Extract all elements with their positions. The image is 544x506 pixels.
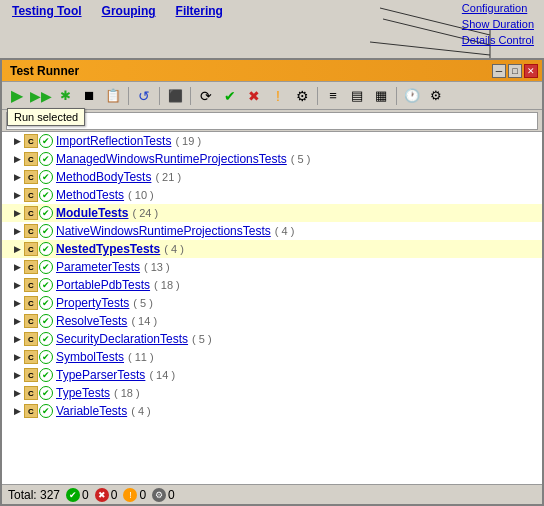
tree-item-count: ( 24 ) — [132, 207, 158, 219]
clock-button[interactable]: 🕐 — [401, 85, 423, 107]
tree-item-label: VariableTests — [56, 404, 127, 418]
fail-count: 0 — [111, 488, 118, 502]
expand-icon[interactable]: ▶ — [10, 152, 24, 166]
class-icon: C — [24, 332, 38, 346]
tree-item[interactable]: ▶C✔TypeParserTests( 14 ) — [2, 366, 542, 384]
warn-status: ! 0 — [123, 488, 146, 502]
expand-icon[interactable]: ▶ — [10, 386, 24, 400]
filter-icon: ⬛ — [168, 89, 183, 103]
tree-item-label: ImportReflectionTests — [56, 134, 171, 148]
expand-icon[interactable]: ▶ — [10, 404, 24, 418]
lines-button[interactable]: ▤ — [346, 85, 368, 107]
tree-item[interactable]: ▶C✔ModuleTests( 24 ) — [2, 204, 542, 222]
class-icon: C — [24, 260, 38, 274]
expand-icon[interactable]: ▶ — [10, 260, 24, 274]
tree-item[interactable]: ▶C✔SymbolTests( 11 ) — [2, 348, 542, 366]
expand-icon[interactable]: ▶ — [10, 170, 24, 184]
export-button[interactable]: 📋 — [102, 85, 124, 107]
stop-button[interactable]: ⏹ — [78, 85, 100, 107]
expand-icon[interactable]: ▶ — [10, 332, 24, 346]
tree-item[interactable]: ▶C✔ImportReflectionTests( 19 ) — [2, 132, 542, 150]
expand-icon[interactable]: ▶ — [10, 224, 24, 238]
tree-item[interactable]: ▶C✔ResolveTests( 14 ) — [2, 312, 542, 330]
tree-item[interactable]: ▶C✔SecurityDeclarationTests( 5 ) — [2, 330, 542, 348]
annotation-details-control[interactable]: Details Control — [462, 34, 534, 46]
tree-item[interactable]: ▶C✔TypeTests( 18 ) — [2, 384, 542, 402]
expand-icon[interactable]: ▶ — [10, 134, 24, 148]
expand-icon[interactable]: ▶ — [10, 206, 24, 220]
check-status-icon: ✔ — [39, 260, 53, 274]
run-icon: ▶ — [11, 86, 23, 105]
expand-icon[interactable]: ▶ — [10, 296, 24, 310]
expand-icon[interactable]: ▶ — [10, 350, 24, 364]
close-button[interactable]: ✕ — [524, 64, 538, 78]
tree-item[interactable]: ▶C✔NestedTypesTests( 4 ) — [2, 240, 542, 258]
separator-1 — [128, 87, 129, 105]
check-status-icon: ✔ — [39, 350, 53, 364]
annotation-configuration[interactable]: Configuration — [462, 2, 534, 14]
warn-icon: ! — [276, 88, 280, 104]
tree-item[interactable]: ▶C✔MethodTests( 10 ) — [2, 186, 542, 204]
tree-item[interactable]: ▶C✔ManagedWindowsRuntimeProjectionsTests… — [2, 150, 542, 168]
gear-icon: ⚙ — [296, 88, 309, 104]
class-icon: C — [24, 152, 38, 166]
tree-item[interactable]: ▶C✔NativeWindowsRuntimeProjectionsTests(… — [2, 222, 542, 240]
list-button[interactable]: ≡ — [322, 85, 344, 107]
run-tooltip: Run selected — [7, 108, 85, 126]
filter-button[interactable]: ⬛ — [164, 85, 186, 107]
tree-item-count: ( 5 ) — [133, 297, 153, 309]
tree-item-count: ( 14 ) — [149, 369, 175, 381]
tree-item-label: PortablePdbTests — [56, 278, 150, 292]
check-button[interactable]: ✔ — [219, 85, 241, 107]
gear-button[interactable]: ⚙ — [291, 85, 313, 107]
tree-item[interactable]: ▶C✔VariableTests( 4 ) — [2, 402, 542, 420]
menu-testing-tool[interactable]: Testing Tool — [12, 4, 82, 18]
check-icon: ✔ — [224, 88, 236, 104]
warn-button[interactable]: ! — [267, 85, 289, 107]
check-status-icon: ✔ — [39, 332, 53, 346]
expand-icon[interactable]: ▶ — [10, 368, 24, 382]
lines-icon: ▤ — [351, 88, 363, 103]
tree-item-count: ( 4 ) — [275, 225, 295, 237]
tree-item-label: TypeParserTests — [56, 368, 145, 382]
tree-item-count: ( 5 ) — [192, 333, 212, 345]
menu-filtering[interactable]: Filtering — [176, 4, 223, 18]
run-button[interactable]: ▶ Run selected — [6, 85, 28, 107]
window-title: Test Runner — [6, 64, 79, 78]
titlebar-buttons: ─ □ ✕ — [492, 64, 538, 78]
tree-item[interactable]: ▶C✔ParameterTests( 13 ) — [2, 258, 542, 276]
class-icon: C — [24, 206, 38, 220]
skip-count: 0 — [168, 488, 175, 502]
annotation-show-duration[interactable]: Show Duration — [462, 18, 534, 30]
tree-item-label: ManagedWindowsRuntimeProjectionsTests — [56, 152, 287, 166]
run-all-button[interactable]: ▶▶ — [30, 85, 52, 107]
restore-button[interactable]: □ — [508, 64, 522, 78]
check-status-icon: ✔ — [39, 152, 53, 166]
top-area: Testing Tool Grouping Filtering Configur… — [0, 0, 544, 62]
minimize-button[interactable]: ─ — [492, 64, 506, 78]
columns-button[interactable]: ▦ — [370, 85, 392, 107]
tree-item[interactable]: ▶C✔PropertyTests( 5 ) — [2, 294, 542, 312]
expand-icon[interactable]: ▶ — [10, 242, 24, 256]
search-input[interactable] — [6, 112, 538, 130]
refresh-button[interactable]: ↺ — [133, 85, 155, 107]
menu-bar: Testing Tool Grouping Filtering — [8, 4, 536, 18]
check-status-icon: ✔ — [39, 242, 53, 256]
tree-item[interactable]: ▶C✔MethodBodyTests( 21 ) — [2, 168, 542, 186]
debug-button[interactable]: ✱ — [54, 85, 76, 107]
pass-status: ✔ 0 — [66, 488, 89, 502]
nav-back-button[interactable]: ⟳ — [195, 85, 217, 107]
settings-button[interactable]: ⚙ — [425, 85, 447, 107]
expand-icon[interactable]: ▶ — [10, 278, 24, 292]
menu-grouping[interactable]: Grouping — [102, 4, 156, 18]
separator-4 — [317, 87, 318, 105]
tree-item-count: ( 13 ) — [144, 261, 170, 273]
expand-icon[interactable]: ▶ — [10, 188, 24, 202]
clock-icon: 🕐 — [404, 88, 420, 103]
tree-item-count: ( 4 ) — [131, 405, 151, 417]
tree-item[interactable]: ▶C✔PortablePdbTests( 18 ) — [2, 276, 542, 294]
error-button[interactable]: ✖ — [243, 85, 265, 107]
run-all-icon: ▶▶ — [30, 88, 52, 104]
check-status-icon: ✔ — [39, 404, 53, 418]
expand-icon[interactable]: ▶ — [10, 314, 24, 328]
